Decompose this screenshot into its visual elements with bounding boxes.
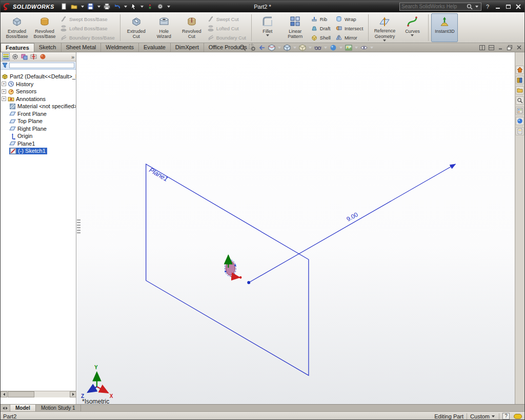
sketch-x-handle[interactable] (231, 276, 239, 277)
tree-item-origin[interactable]: Origin (2, 132, 76, 140)
propertymanager-tab[interactable] (11, 53, 19, 61)
close-document-button[interactable] (515, 44, 522, 51)
tree-item-annotations[interactable]: + Annotations (2, 95, 76, 103)
new-document-button[interactable] (59, 2, 69, 11)
tab-model[interactable]: Model (10, 405, 36, 411)
solidworks-resources-tab[interactable] (516, 66, 524, 74)
panel-horizontal-scrollbar[interactable] (1, 391, 76, 397)
expand-icon[interactable]: + (2, 96, 6, 101)
spline-point[interactable] (233, 273, 234, 275)
swept-cut-button[interactable]: Swept Cut (205, 15, 249, 24)
tree-item-sketch1[interactable]: (-) Sketch1 (2, 147, 76, 155)
undo-button[interactable] (113, 2, 122, 11)
panel-splitter-handle[interactable] (77, 219, 80, 234)
tab-dimxpert[interactable]: DimXpert (171, 43, 204, 52)
restore-document-button[interactable] (506, 44, 513, 51)
save-button[interactable] (86, 2, 95, 11)
options-button[interactable] (156, 2, 165, 11)
tree-item-sensors[interactable]: + Sensors (2, 88, 76, 95)
minimize-button[interactable] (494, 3, 502, 10)
featuremanager-tree-tab[interactable] (2, 53, 10, 61)
tab-features[interactable]: Features (1, 43, 34, 52)
shell-button[interactable]: Shell (309, 33, 333, 42)
fillet-button[interactable]: Fillet (254, 13, 281, 42)
view-settings-button[interactable] (359, 44, 369, 52)
split-view-button[interactable] (478, 44, 486, 51)
graphics-viewport[interactable]: Plane1 9.00 Y X (77, 52, 515, 404)
edit-appearance-button[interactable] (329, 44, 338, 52)
revolved-cut-button[interactable]: Revolved Cut (178, 13, 205, 42)
configurationmanager-tab[interactable] (21, 53, 28, 61)
tab-weldments[interactable]: Weldments (101, 43, 139, 52)
mirror-button[interactable]: Mirror (333, 33, 366, 42)
scrollbar-thumb[interactable] (8, 391, 34, 397)
view-settings-dropdown-icon[interactable] (370, 47, 373, 49)
reference-geometry-button[interactable]: Reference Geometry (371, 13, 398, 42)
scroll-left-button[interactable] (1, 391, 7, 397)
spline-point[interactable] (229, 259, 231, 261)
help-button[interactable]: ? (483, 3, 492, 10)
maximize-button[interactable] (504, 3, 512, 10)
tab-scroll-right-icon[interactable] (6, 407, 8, 410)
close-button[interactable] (514, 3, 522, 10)
tree-item-front-plane[interactable]: Front Plane (2, 110, 76, 118)
linear-pattern-button[interactable]: Linear Pattern (282, 13, 309, 42)
open-dropdown-icon[interactable] (81, 6, 84, 8)
filter-funnel-icon[interactable] (2, 63, 8, 68)
hide-show-items-button[interactable] (313, 44, 322, 52)
file-explorer-tab[interactable] (516, 86, 524, 94)
boundary-boss-base-button[interactable]: Boundary Boss/Base (58, 33, 117, 42)
search-input[interactable] (401, 4, 465, 9)
tab-scroll-left-icon[interactable] (3, 407, 5, 410)
search-icon[interactable] (467, 4, 473, 10)
rib-button[interactable]: Rib (309, 15, 333, 24)
tab-motion-study-1[interactable]: Motion Study 1 (36, 405, 81, 411)
tree-item-plane1[interactable]: Plane1 (2, 140, 76, 148)
display-style-button[interactable] (298, 44, 307, 52)
tab-sheet-metal[interactable]: Sheet Metal (62, 43, 102, 52)
tab-sketch[interactable]: Sketch (34, 43, 62, 52)
undo-dropdown-icon[interactable] (124, 6, 127, 8)
appearances-scenes-tab[interactable] (516, 117, 524, 125)
displaymanager-tab[interactable] (39, 53, 47, 61)
split-horizontal-button[interactable] (488, 44, 495, 51)
help-search-box[interactable] (399, 3, 481, 11)
revolved-boss-base-button[interactable]: Revolved Boss/Base (31, 13, 58, 42)
extruded-cut-button[interactable]: Extruded Cut (123, 13, 150, 42)
section-view-dropdown-icon[interactable] (278, 47, 281, 49)
section-view-button[interactable] (267, 44, 276, 52)
curves-dropdown-icon[interactable] (411, 34, 414, 36)
expand-icon[interactable]: + (2, 82, 6, 86)
edit-appearance-dropdown-icon[interactable] (339, 47, 342, 49)
curves-button[interactable]: Curves (399, 13, 426, 42)
view-orientation-button[interactable] (282, 44, 292, 52)
rebuild-button[interactable] (146, 2, 155, 11)
sketch-profile[interactable] (226, 261, 235, 275)
sketch-origin-point[interactable] (247, 281, 250, 284)
dimension-text[interactable]: 9.00 (345, 211, 359, 223)
view-orientation-dropdown-icon[interactable] (293, 47, 296, 49)
spline-point[interactable] (225, 271, 226, 272)
instant3d-button[interactable]: Instant3D (431, 13, 458, 42)
previous-view-button[interactable] (257, 44, 267, 52)
hole-wizard-button[interactable]: Hole Wizard (151, 13, 177, 42)
zoom-area-button[interactable] (248, 44, 257, 52)
design-library-tab[interactable] (516, 76, 524, 84)
apply-scene-button[interactable] (344, 44, 353, 52)
intersect-button[interactable]: Intersect (333, 24, 366, 33)
options-dropdown-icon[interactable] (167, 6, 170, 8)
select-button[interactable] (129, 2, 138, 11)
apply-scene-dropdown-icon[interactable] (355, 47, 358, 49)
reference-geometry-dropdown-icon[interactable] (383, 39, 386, 42)
dimxpertmanager-tab[interactable] (30, 53, 37, 61)
wrap-button[interactable]: Wrap (333, 15, 366, 24)
tab-evaluate[interactable]: Evaluate (139, 43, 171, 52)
status-configuration[interactable]: Custom (470, 413, 490, 419)
spline-point[interactable] (234, 265, 236, 266)
tree-item-right-plane[interactable]: Right Plane (2, 125, 76, 133)
expand-icon[interactable]: + (2, 89, 6, 94)
select-dropdown-icon[interactable] (140, 6, 144, 8)
search-dropdown-icon[interactable] (475, 6, 478, 8)
fillet-dropdown-icon[interactable] (266, 34, 269, 36)
dimension-line[interactable] (249, 164, 455, 283)
